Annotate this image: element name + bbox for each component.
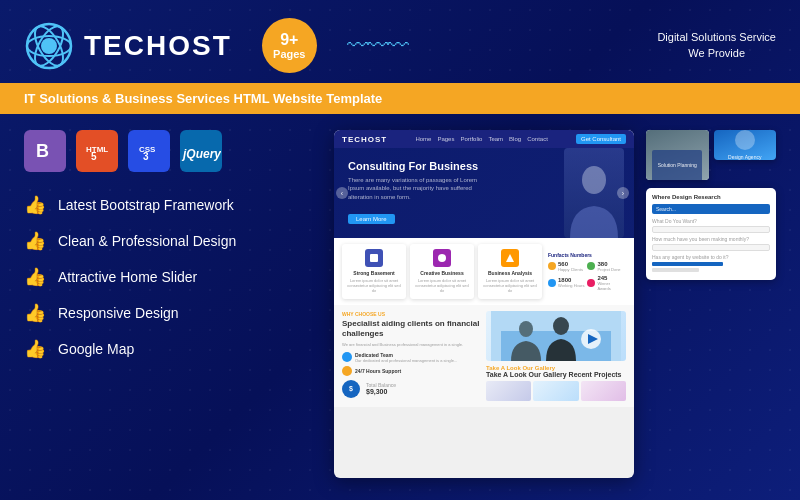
form-progress-line bbox=[652, 262, 723, 266]
browser-mockup: TECHOST Home Pages Portfolio Team Blog C… bbox=[334, 130, 634, 478]
slider-arrow-right[interactable]: › bbox=[617, 187, 629, 199]
main-layout: B HTML 5 CSS 3 jQuery bbox=[0, 114, 800, 494]
badge-label: Pages bbox=[273, 48, 305, 60]
card-title-1: Strong Basement bbox=[346, 270, 402, 276]
person-silhouette bbox=[565, 158, 623, 238]
funfact-label-3: Working Hours bbox=[558, 283, 584, 288]
nav-link-team: Team bbox=[488, 136, 503, 142]
mockup-card-1: Strong Basement Lorem ipsum dolor sit am… bbox=[342, 244, 406, 299]
left-panel: B HTML 5 CSS 3 jQuery bbox=[24, 130, 314, 478]
svg-point-1 bbox=[41, 38, 57, 54]
svg-point-11 bbox=[582, 166, 606, 194]
feature-label-3: Attractive Home Slider bbox=[58, 269, 197, 285]
funfact-1: 560 Happy Clients bbox=[548, 261, 584, 272]
funfact-label-4: Winner Awards bbox=[597, 281, 624, 291]
form-field-label-2: How much have you been making monthly? bbox=[652, 236, 770, 242]
tech-icons-row: B HTML 5 CSS 3 jQuery bbox=[24, 130, 314, 172]
preview-search-bar[interactable]: Search... bbox=[652, 204, 770, 214]
solution-planning-label: Solution Planning bbox=[658, 162, 697, 168]
nav-link-home: Home bbox=[415, 136, 431, 142]
lower-right-image bbox=[486, 311, 626, 361]
form-preview-card: Where Design Research Search... What Do … bbox=[646, 188, 776, 280]
funfact-dot-4 bbox=[587, 279, 595, 287]
logo-icon bbox=[24, 21, 74, 71]
mockup-lower-left: WHY CHOOSE US Specialist aiding clients … bbox=[342, 311, 482, 401]
funfacts-title-label: Funfacts Numbers bbox=[548, 252, 624, 258]
team-item-sub: Our dedicated and professional managemen… bbox=[355, 358, 457, 363]
svg-point-18 bbox=[553, 317, 569, 335]
funfacts-items: 560 Happy Clients 380 Project Done bbox=[548, 261, 624, 291]
form-field-2[interactable] bbox=[652, 244, 770, 251]
banner-text: IT Solutions & Business Services HTML We… bbox=[24, 91, 382, 106]
gallery-thumb-1 bbox=[486, 381, 531, 401]
design-circle-icon bbox=[735, 130, 755, 150]
preview-area: TECHOST Home Pages Portfolio Team Blog C… bbox=[334, 130, 776, 478]
logo-area: TECHOST bbox=[24, 21, 232, 71]
logo-text: TECHOST bbox=[84, 30, 232, 62]
funfact-3: 1800 Working Hours bbox=[548, 275, 584, 291]
card-text-2: Lorem ipsum dolor sit amet consectetur a… bbox=[414, 278, 470, 294]
jquery-icon: jQuery bbox=[180, 130, 222, 172]
lower-item-team: Dedicated Team Our dedicated and profess… bbox=[342, 352, 482, 363]
top-screenshot-2: Design Agency bbox=[714, 130, 777, 160]
mockup-nav-cta[interactable]: Get Consultant bbox=[576, 134, 626, 144]
funfacts-mini: Funfacts Numbers 560 Happy Clients bbox=[546, 244, 626, 299]
support-item-title: 24/7 Hours Support bbox=[355, 368, 401, 374]
screenshot-2-inner: Design Agency bbox=[714, 130, 777, 160]
svg-point-17 bbox=[519, 321, 533, 337]
screenshot-1-bg: Solution Planning bbox=[646, 130, 709, 180]
card-icon-1 bbox=[365, 249, 383, 267]
header: TECHOST 9+ Pages 〰〰〰 Digital Solutions S… bbox=[0, 0, 800, 83]
digital-service-line2: We Provide bbox=[657, 46, 776, 61]
screenshot-1-inner: Solution Planning bbox=[652, 150, 702, 180]
digital-service-text: Digital Solutions Service We Provide bbox=[657, 30, 776, 61]
svg-text:3: 3 bbox=[143, 151, 149, 162]
svg-text:B: B bbox=[36, 141, 49, 161]
card-title-2: Creative Business bbox=[414, 270, 470, 276]
card-title-3: Business Analysis bbox=[482, 270, 538, 276]
top-screenshots-row: Solution Planning Design Agency bbox=[646, 130, 776, 180]
balance-icon: $ bbox=[349, 385, 353, 392]
feature-item-clean: 👍 Clean & Professional Design bbox=[24, 230, 314, 252]
team-icon bbox=[342, 352, 352, 362]
form-progress-line-2 bbox=[652, 268, 699, 272]
mockup-hero: ‹ Consulting For Business There are many… bbox=[334, 148, 634, 238]
feature-label-1: Latest Bootstrap Framework bbox=[58, 197, 234, 213]
funfact-2: 380 Project Done bbox=[587, 261, 623, 272]
form-preview-content: Where Design Research Search... What Do … bbox=[646, 188, 776, 280]
mockup-card-3: Business Analysis Lorem ipsum dolor sit … bbox=[478, 244, 542, 299]
gallery-thumb-3 bbox=[581, 381, 626, 401]
mockup-cards-row: Strong Basement Lorem ipsum dolor sit am… bbox=[334, 238, 634, 305]
total-balance-row: $ Total Balance $9,300 bbox=[342, 380, 482, 398]
bootstrap-icon: B bbox=[24, 130, 66, 172]
lower-item-support: 24/7 Hours Support bbox=[342, 366, 482, 376]
funfact-dot-3 bbox=[548, 279, 556, 287]
feature-item-responsive: 👍 Responsive Design bbox=[24, 302, 314, 324]
thumb-icon-5: 👍 bbox=[24, 338, 46, 360]
funfact-4: 245 Winner Awards bbox=[587, 275, 623, 291]
feature-label-4: Responsive Design bbox=[58, 305, 179, 321]
right-previews-panel: Solution Planning Design Agency bbox=[646, 130, 776, 478]
digital-service-line1: Digital Solutions Service bbox=[657, 30, 776, 45]
form-field-label-1: What Do You Want? bbox=[652, 218, 770, 224]
meeting-image-svg bbox=[486, 311, 626, 361]
gallery-section: Take A Look Our Gallery Take A Look Our … bbox=[486, 365, 626, 401]
card-icon-3 bbox=[501, 249, 519, 267]
badge-number: 9+ bbox=[280, 32, 298, 48]
card-text-3: Lorem ipsum dolor sit amet consectetur a… bbox=[482, 278, 538, 294]
mockup-navbar: TECHOST Home Pages Portfolio Team Blog C… bbox=[334, 130, 634, 148]
form-field-1[interactable] bbox=[652, 226, 770, 233]
mockup-lower-right: Take A Look Our Gallery Take A Look Our … bbox=[486, 311, 626, 401]
nav-link-contact: Contact bbox=[527, 136, 548, 142]
svg-rect-12 bbox=[370, 254, 378, 262]
svg-text:5: 5 bbox=[91, 151, 97, 162]
slider-arrow-left[interactable]: ‹ bbox=[336, 187, 348, 199]
wavy-decoration: 〰〰〰 bbox=[347, 33, 407, 59]
thumb-icon-2: 👍 bbox=[24, 230, 46, 252]
nav-link-pages: Pages bbox=[437, 136, 454, 142]
hero-learn-more-btn[interactable]: Learn More bbox=[348, 214, 395, 224]
feature-label-2: Clean & Professional Design bbox=[58, 233, 236, 249]
mockup-lower-section: WHY CHOOSE US Specialist aiding clients … bbox=[334, 305, 634, 407]
mockup-nav-links: Home Pages Portfolio Team Blog Contact bbox=[415, 136, 547, 142]
hero-title-small: Consulting For Business bbox=[348, 160, 508, 172]
